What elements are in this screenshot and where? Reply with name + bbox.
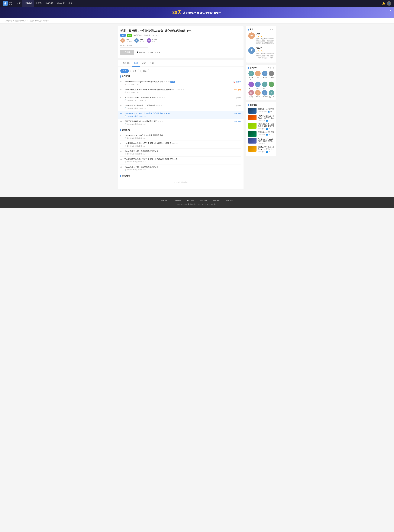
rec-item-4[interactable]: 高级电商全线系统大课 讲师：冷谦 👥 40 (248, 131, 274, 137)
copy-icon[interactable]: ⊕ (168, 81, 170, 83)
sidebar-teachers-title: 名师 (248, 28, 253, 31)
edit-icon[interactable]: ✏ (158, 120, 159, 122)
lesson-title: 跟随千万级项目从0到100全过程高效成长 ✏ ✒ ⊕ (124, 120, 233, 123)
teacher-card-name-1: 罗静 (256, 32, 274, 35)
edit-icon[interactable]: ✏ (164, 112, 165, 114)
nav-item-qa[interactable]: 问答社区 (55, 0, 67, 7)
rec-item-1[interactable]: 高级电商全线系统大课 讲师：张小锋 👥 34 (248, 108, 274, 114)
collect-button[interactable]: ☆ 收藏 (148, 51, 153, 54)
pencil-icon[interactable]: ✒ (166, 81, 167, 83)
footer-sitemap[interactable]: 网站地图 (187, 199, 194, 202)
lesson-status[interactable]: 即将开始 (233, 89, 241, 91)
refresh-button[interactable]: ↻ 换一换 (268, 67, 274, 69)
lesson-info: 跟随千万级项目从0到100全过程高效成长 ✏ ✒ ⊕ 🕐 2020/02/26 … (124, 120, 233, 125)
nav-item-discover[interactable]: 发现课程 (22, 0, 34, 7)
nav-item-news[interactable]: 新闻资讯 (43, 0, 55, 7)
lesson-status[interactable]: 📊 直播中 (232, 80, 241, 83)
share-icon: ↗ (155, 52, 156, 53)
footer-about[interactable]: 关于我们 (161, 199, 168, 202)
sub-tab-live[interactable]: 直播 (120, 69, 129, 73)
pencil-icon[interactable]: ✒ (160, 120, 161, 122)
edit-icon[interactable]: ✏ (178, 89, 180, 91)
lesson-info: Java项目面试实操 提升大厂面试成功率 ✏ ✒ ⊕ 🕐 2020/02/26 … (124, 104, 234, 109)
classmate-name: 1867** (263, 88, 267, 89)
rec-item-6[interactable]: 玩转Java开发工具，精通JUC，成为开发多面手 讲师：岱田 👥 46 (248, 146, 274, 153)
breadcrumb: 发现课程 / 新媒体营销系列 / 销冠修炼术积定80%约客户 (0, 18, 394, 24)
tag-live: 直播 (120, 34, 126, 37)
footer: 关于我们 | 加盟代理 | 网站地图 | 合作伙伴 | 免责声明 | 招贤纳士 … (0, 197, 394, 208)
edit-icon[interactable]: ✏ (159, 97, 161, 99)
copy-icon[interactable]: ⊕ (161, 104, 162, 106)
lesson-time: 🕐 今日 10:00-11:00 (124, 91, 233, 94)
footer-disclaimer[interactable]: 免责声明 (213, 199, 220, 202)
sub-tab-replay[interactable]: 录播 (130, 69, 139, 73)
rec-info-2: 玩转Java开发工具，精通JUC，成为开发多面手 讲师：王崇 👥 123 (258, 115, 274, 122)
teacher-avatar-2: 荷 (134, 38, 139, 43)
mobile-watch-button[interactable]: 📱 手机观看 (136, 51, 145, 54)
nav-item-problems[interactable]: 题库 (67, 0, 74, 7)
teacher-stars-1: ★★★★☆ (256, 35, 274, 37)
copy-icon[interactable]: ⊕ (183, 89, 184, 91)
rec-item-2[interactable]: 玩转Java开发工具，精通JUC，成为开发多面手 讲师：王崇 👥 123 (248, 115, 274, 122)
nav-more[interactable]: ... (74, 2, 78, 5)
tab-review[interactable]: 评论 (140, 60, 148, 67)
pencil-icon[interactable]: ✒ (161, 97, 163, 99)
notification-bell-icon[interactable]: 🔔 (382, 2, 385, 5)
material-badge: 资料 (171, 81, 175, 83)
clock-icon: 🕐 (124, 107, 126, 109)
rec-meta-4: 讲师：冷谦 👥 40 (258, 134, 274, 136)
classmate-name: 大笨猫 (256, 96, 260, 98)
pencil-icon[interactable]: ✒ (181, 89, 182, 91)
teacher-item-1: 静 罗静 主讲老师 (120, 38, 132, 43)
clock-icon: 🕐 (124, 145, 126, 147)
footer-partner[interactable]: 合作伙伴 (200, 199, 207, 202)
pencil-icon[interactable]: ✒ (158, 104, 160, 106)
breadcrumb-current: 销冠修炼术积定80%约客户 (30, 20, 49, 22)
rec-thumb-6 (248, 146, 257, 152)
breadcrumb-series[interactable]: 新媒体营销系列 (15, 20, 26, 22)
lesson-status[interactable]: 查看回放 (233, 120, 241, 123)
edit-icon[interactable]: ✏ (164, 81, 165, 83)
logo[interactable]: 云朵 课堂 (3, 1, 12, 6)
sub-tab-face[interactable]: 面授 (140, 69, 149, 73)
content-area: 明星中教授课，小学阶段语法100分–强化级第1讲动词（一） 直播 录播 246人… (118, 26, 244, 191)
clock-icon: 🕐 (124, 137, 126, 139)
purchased-button[interactable]: 已购买 (120, 50, 134, 55)
footer-recruit[interactable]: 招贤纳士 (226, 199, 233, 202)
copy-icon[interactable]: ⊕ (162, 120, 163, 122)
breadcrumb-discover[interactable]: 发现课程 (5, 20, 12, 22)
rec-item-3[interactable]: 前端全栈加强版！前端全栈+全周期+多端应用 讲师：岱田 👥 56 (248, 123, 274, 130)
sub-tabs: 直播 录播 面授 (118, 67, 244, 73)
rec-item-5[interactable]: Vue Element+Node.js开发企业通用管理后台系统 讲师：张田 (248, 138, 274, 145)
rec-thumb-3 (248, 123, 257, 129)
edit-icon[interactable]: ✏ (156, 104, 158, 106)
copy-icon[interactable]: ⊕ (164, 97, 165, 99)
lesson-title: Vue Element+Node.js开发企业通用管理后台系统 (124, 134, 241, 136)
classmate-item: 大 大笨猫 (255, 90, 261, 98)
share-button[interactable]: ↗ 分享 (155, 51, 160, 54)
banner-close-icon[interactable]: ✕ (389, 9, 391, 12)
tab-qa[interactable]: 问答 (148, 60, 156, 67)
teacher-name-1: 罗静 (126, 38, 132, 41)
teacher-card-name-2: 宋利坚 (256, 47, 274, 50)
lesson-status[interactable]: 查看回放 (233, 112, 241, 115)
pencil-icon[interactable]: ✒ (166, 112, 167, 114)
nav-item-home[interactable]: 首页 (15, 0, 22, 7)
tab-catalog[interactable]: 目录 (132, 60, 140, 67)
user-avatar[interactable]: 👤 (387, 1, 391, 6)
footer-agent[interactable]: 加盟代理 (174, 199, 181, 202)
lesson-time: 🕐 2020/02/27 周三 10:00-11:00 (124, 99, 234, 101)
rec-meta-6: 讲师：岱田 👥 46 (258, 151, 274, 153)
no-history-text: 暂无历史回顾课程 (120, 178, 241, 186)
sidebar-classmates-title: 你的同学 (248, 67, 257, 69)
tab-intro[interactable]: 课程介绍 (120, 60, 132, 67)
copy-icon[interactable]: ⊕ (168, 112, 170, 114)
teacher-stars-2: ★★★★☆ (256, 50, 274, 52)
classmate-item: 1 1567** (255, 82, 261, 89)
sidebar-teachers-nav[interactable]: ‹ 1/10 › (269, 29, 274, 31)
lesson-info: Vue Element+Node.js开发企业通用管理后台系统 ✏ ✒ ⊕ 资料… (124, 80, 232, 85)
prev-icon[interactable]: ‹ (269, 29, 269, 31)
rec-meta-5: 讲师：张田 (258, 143, 274, 145)
nav-item-open[interactable]: 公开课 (34, 0, 43, 7)
tag-replay: 录播 (127, 34, 132, 37)
